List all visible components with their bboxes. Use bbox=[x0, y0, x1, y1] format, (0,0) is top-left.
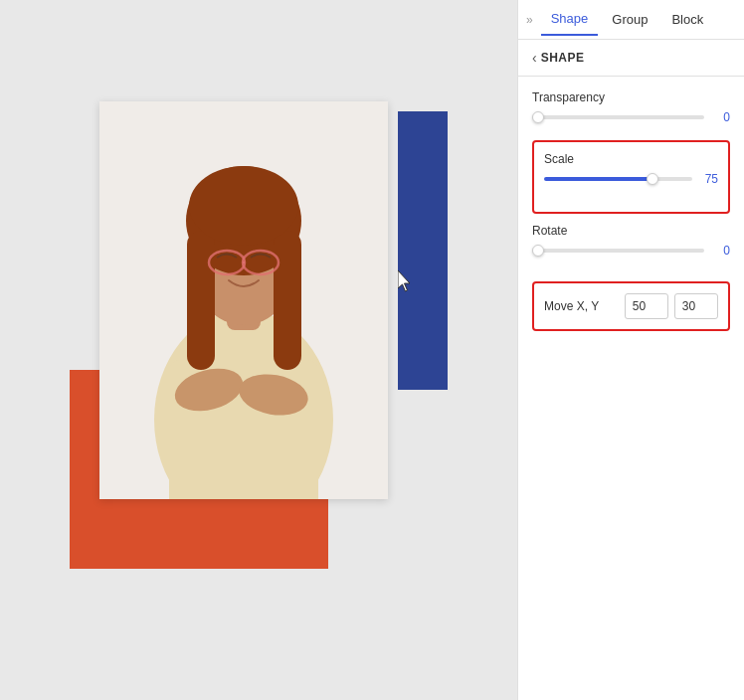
move-row: Move X, Y bbox=[544, 293, 718, 319]
transparency-slider[interactable] bbox=[532, 115, 704, 119]
transparency-value: 0 bbox=[712, 110, 730, 124]
transparency-slider-row: 0 bbox=[532, 110, 730, 124]
rotate-section: Rotate 0 bbox=[532, 224, 730, 273]
canvas-content bbox=[50, 72, 467, 628]
scale-slider-row: 75 bbox=[544, 172, 718, 186]
canvas-area bbox=[0, 0, 517, 700]
panel-body: Transparency 0 Scale 75 Rotate 0 bbox=[518, 77, 744, 345]
svg-rect-9 bbox=[274, 231, 301, 370]
move-section: Move X, Y bbox=[532, 281, 730, 331]
cursor bbox=[398, 270, 418, 294]
photo-card[interactable] bbox=[99, 101, 388, 499]
panel-tabs: » Shape Group Block bbox=[518, 0, 744, 40]
shape-blue[interactable] bbox=[398, 111, 448, 390]
right-panel: » Shape Group Block ‹ SHAPE Transparency… bbox=[517, 0, 744, 700]
transparency-label: Transparency bbox=[532, 90, 730, 104]
svg-rect-8 bbox=[187, 231, 215, 370]
scale-slider[interactable] bbox=[544, 177, 692, 181]
person-image bbox=[99, 101, 388, 499]
svg-point-10 bbox=[189, 166, 298, 246]
tab-block[interactable]: Block bbox=[661, 4, 713, 35]
rotate-value: 0 bbox=[712, 244, 730, 258]
tabs-chevron: » bbox=[526, 13, 533, 27]
rotate-slider-row: 0 bbox=[532, 244, 730, 258]
back-label: SHAPE bbox=[541, 51, 585, 65]
tab-group[interactable]: Group bbox=[602, 4, 657, 35]
move-y-input[interactable] bbox=[674, 293, 718, 319]
rotate-label: Rotate bbox=[532, 224, 730, 238]
move-x-input[interactable] bbox=[625, 293, 668, 319]
move-label: Move X, Y bbox=[544, 299, 619, 313]
scale-section: Scale 75 bbox=[532, 140, 730, 214]
back-nav[interactable]: ‹ SHAPE bbox=[518, 40, 744, 77]
tab-shape[interactable]: Shape bbox=[541, 3, 599, 36]
rotate-slider[interactable] bbox=[532, 249, 704, 253]
transparency-section: Transparency 0 bbox=[532, 90, 730, 140]
scale-label: Scale bbox=[544, 152, 718, 166]
back-chevron-icon: ‹ bbox=[532, 50, 537, 66]
scale-value: 75 bbox=[700, 172, 718, 186]
